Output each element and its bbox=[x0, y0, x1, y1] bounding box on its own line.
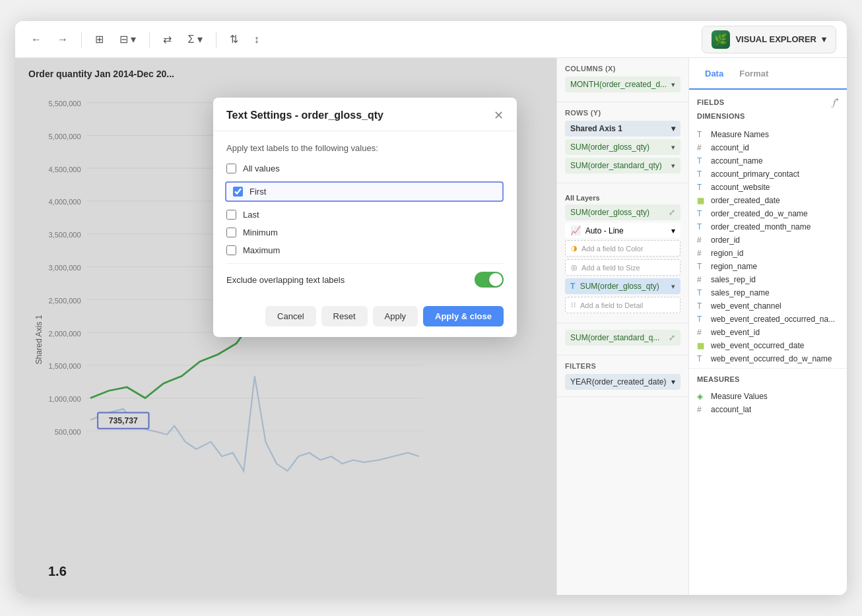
field-item-dimension[interactable]: Tweb_event_created_occurred_na... bbox=[689, 313, 847, 326]
rows-field-2-dropdown[interactable]: ▾ bbox=[671, 162, 675, 170]
field-item-dimension[interactable]: #web_event_id bbox=[689, 326, 847, 339]
chart-type-item[interactable]: 📈 Auto - Line ▾ bbox=[565, 223, 680, 238]
sort-button[interactable]: Σ ▾ bbox=[182, 30, 207, 48]
field-item-dimension[interactable]: Taccount_name bbox=[689, 154, 847, 168]
label-last: Last bbox=[243, 210, 259, 220]
chart-type-dropdown[interactable]: ▾ bbox=[671, 226, 675, 235]
detail-field[interactable]: ⁝⁝ Add a field to Detail bbox=[565, 297, 680, 313]
field-item-dimension[interactable]: Taccount_website bbox=[689, 181, 847, 194]
color-placeholder: Add a field to Color bbox=[581, 245, 644, 253]
option-maximum[interactable]: Maximum bbox=[226, 245, 504, 255]
field-item-dimension[interactable]: Torder_created_month_name bbox=[689, 220, 847, 233]
text-field-dropdown[interactable]: ▾ bbox=[671, 282, 675, 291]
field-type-icon: # bbox=[697, 235, 706, 245]
tab-format[interactable]: Format bbox=[731, 58, 776, 89]
ve-icon: 🌿 bbox=[712, 30, 730, 49]
shared-axis[interactable]: Shared Axis 1 ▾ bbox=[565, 121, 680, 137]
option-last[interactable]: Last bbox=[226, 210, 504, 220]
field-item-dimension[interactable]: #region_id bbox=[689, 247, 847, 260]
cancel-button[interactable]: Cancel bbox=[265, 306, 315, 326]
filters-section-title: Filters bbox=[565, 362, 680, 370]
field-item-dimension[interactable]: Tsales_rep_name bbox=[689, 286, 847, 299]
rows-field-2[interactable]: SUM(order_standard_qty) ▾ bbox=[565, 158, 680, 173]
size-field[interactable]: ◎ Add a field to Size bbox=[565, 259, 680, 276]
rows-field-1-dropdown[interactable]: ▾ bbox=[671, 143, 675, 152]
tab-data[interactable]: Data bbox=[697, 58, 731, 90]
second-layer-field-icon: ⤢ bbox=[669, 333, 675, 342]
field-type-icon: ▦ bbox=[697, 341, 706, 350]
rows-section-title: Rows (Y) bbox=[565, 109, 680, 117]
rows-field-1[interactable]: SUM(order_gloss_qty) ▾ bbox=[565, 139, 680, 155]
label-first: First bbox=[249, 187, 266, 197]
reset-button[interactable]: Reset bbox=[321, 306, 368, 326]
field-item-dimension[interactable]: TMeasure Names bbox=[689, 128, 847, 141]
color-icon: ◑ bbox=[571, 244, 578, 253]
fields-tabs-header: Data Format bbox=[689, 58, 847, 90]
text-field[interactable]: T SUM(order_gloss_qty) ▾ bbox=[565, 278, 680, 294]
option-all-values[interactable]: All values bbox=[226, 164, 504, 173]
field-item-dimension[interactable]: Tregion_name bbox=[689, 260, 847, 273]
field-item-dimension[interactable]: ▦order_created_date bbox=[689, 194, 847, 207]
apply-close-button[interactable]: Apply & close bbox=[423, 306, 504, 326]
checkbox-first[interactable] bbox=[233, 187, 243, 197]
field-item-dimension[interactable]: #account_id bbox=[689, 141, 847, 154]
add-field-button[interactable]: 𝑓⁺ bbox=[833, 96, 839, 108]
field-type-icon: T bbox=[697, 222, 706, 231]
layer-field-label: SUM(order_gloss_qty) bbox=[570, 208, 649, 217]
field-item-measure[interactable]: ◈Measure Values bbox=[689, 390, 847, 403]
checkbox-last[interactable] bbox=[226, 210, 236, 220]
field-item-dimension[interactable]: Tweb_event_channel bbox=[689, 299, 847, 313]
field-item-dimension[interactable]: #order_id bbox=[689, 233, 847, 247]
option-first[interactable]: First bbox=[225, 181, 504, 202]
checkbox-maximum[interactable] bbox=[226, 245, 236, 255]
field-type-icon: # bbox=[697, 143, 706, 152]
field-type-icon: T bbox=[697, 169, 706, 179]
field-type-icon: T bbox=[697, 183, 706, 192]
color-field[interactable]: ◑ Add a field to Color bbox=[565, 240, 680, 257]
rows-section: Rows (Y) Shared Axis 1 ▾ SUM(order_gloss… bbox=[557, 102, 688, 183]
option-minimum[interactable]: Minimum bbox=[226, 228, 504, 237]
text-field-label: T SUM(order_gloss_qty) bbox=[570, 282, 659, 291]
table-button[interactable]: ⊟ ▾ bbox=[114, 30, 141, 48]
toggle-switch[interactable] bbox=[475, 272, 504, 288]
checkbox-minimum[interactable] bbox=[226, 228, 236, 237]
layout-button[interactable]: ⊞ bbox=[90, 30, 109, 48]
field-item-dimension[interactable]: ▦web_event_occurred_date bbox=[689, 339, 847, 352]
layer-field[interactable]: SUM(order_gloss_qty) ⤢ bbox=[565, 204, 680, 220]
field-item-dimension[interactable]: Taccount_primary_contact bbox=[689, 168, 847, 181]
field-name: order_created_date bbox=[711, 196, 780, 205]
visual-explorer-badge[interactable]: 🌿 VISUAL EXPLORER ▾ bbox=[702, 26, 836, 53]
modal-close-button[interactable]: ✕ bbox=[494, 109, 504, 121]
field-type-icon: # bbox=[697, 275, 706, 284]
field-name: Measure Values bbox=[711, 392, 768, 401]
field-type-icon: # bbox=[697, 328, 706, 337]
columns-field-dropdown[interactable]: ▾ bbox=[671, 80, 675, 89]
field-name: region_id bbox=[711, 249, 743, 258]
field-item-measure[interactable]: #account_lat bbox=[689, 403, 847, 416]
checkbox-all-values[interactable] bbox=[226, 164, 236, 173]
pivot-button[interactable]: ⇄ bbox=[158, 30, 177, 48]
fields-panel: Data Format FIELDS 𝑓⁺ Dimensions TMeasur… bbox=[689, 58, 847, 595]
apply-button[interactable]: Apply bbox=[373, 306, 418, 326]
columns-field[interactable]: MONTH(order_created_d... ▾ bbox=[565, 77, 680, 92]
modal-footer: Cancel Reset Apply Apply & close bbox=[213, 298, 517, 337]
filter-tag-dropdown[interactable]: ▾ bbox=[671, 377, 675, 386]
field-item-dimension[interactable]: #sales_rep_id bbox=[689, 273, 847, 286]
back-button[interactable]: ← bbox=[26, 31, 47, 48]
modal-title: Text Settings - order_gloss_qty bbox=[226, 109, 383, 121]
field-type-icon: # bbox=[697, 405, 706, 414]
shared-axis-dropdown[interactable]: ▾ bbox=[671, 124, 675, 133]
fields-section-header: FIELDS 𝑓⁺ bbox=[689, 90, 847, 111]
field-item-dimension[interactable]: Tweb_event_occurred_do_w_name bbox=[689, 352, 847, 365]
field-name: account_id bbox=[711, 143, 749, 152]
agg-button[interactable]: ↕ bbox=[249, 31, 265, 48]
field-name: account_primary_contact bbox=[711, 169, 799, 179]
filter-tag[interactable]: YEAR(order_created_date) ▾ bbox=[565, 374, 680, 390]
field-item-dimension[interactable]: Torder_created_do_w_name bbox=[689, 207, 847, 220]
second-layer-field[interactable]: SUM(order_standard_q... ⤢ bbox=[565, 330, 680, 346]
rows-field-2-label: SUM(order_standard_qty) bbox=[570, 161, 662, 170]
filter-button[interactable]: ⇅ bbox=[224, 30, 244, 48]
field-type-icon: T bbox=[697, 209, 706, 218]
forward-button[interactable]: → bbox=[52, 31, 73, 48]
separator-1 bbox=[81, 32, 82, 47]
